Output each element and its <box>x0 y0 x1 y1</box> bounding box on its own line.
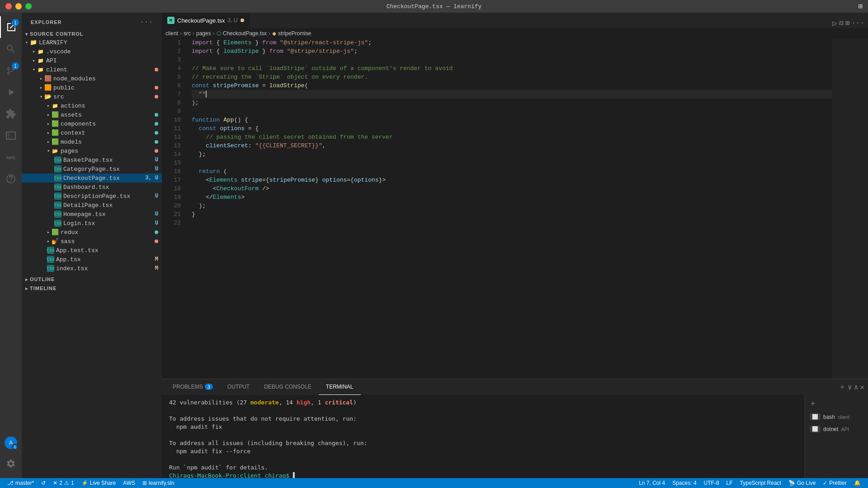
tree-item-vscode[interactable]: 📁 .vscode <box>22 47 162 56</box>
tree-item-homepage[interactable]: tsx Homepage.tsx U <box>22 210 162 219</box>
source-control-activity-icon[interactable]: 1 <box>0 60 22 81</box>
tree-item-components[interactable]: 🟩 components <box>22 119 162 128</box>
status-liveshare[interactable]: ⚡ Live Share <box>78 478 119 488</box>
tree-item-login[interactable]: tsx Login.tsx U <box>22 219 162 228</box>
tree-item-api[interactable]: 📁 API <box>22 56 162 65</box>
tab-output[interactable]: OUTPUT <box>220 379 257 395</box>
status-language[interactable]: TypeScript React <box>736 478 785 488</box>
run-debug-icon[interactable] <box>0 81 22 103</box>
public-icon: 🟧 <box>44 84 52 91</box>
breadcrumb-stripepromise[interactable]: stripePromise <box>278 30 311 37</box>
terminal-dotnet[interactable]: ⬜ dotnet API <box>805 423 868 435</box>
tree-item-checkoutpage[interactable]: tsx CheckoutPage.tsx 3, U <box>22 174 162 183</box>
terminal-line-3: To address issues that do not require at… <box>169 415 797 423</box>
search-icon[interactable] <box>0 38 22 60</box>
status-encoding[interactable]: UTF-8 <box>700 478 723 488</box>
homepage-icon: tsx <box>54 211 61 218</box>
terminal-bash[interactable]: ⬜ bash client <box>805 411 868 423</box>
close-button[interactable] <box>5 3 12 9</box>
tree-item-actions[interactable]: 📁 actions <box>22 101 162 110</box>
more-actions-icon[interactable]: ··· <box>851 19 864 27</box>
tab-checkoutpage[interactable]: R CheckoutPage.tsx 3, U <box>162 13 250 28</box>
status-cursor[interactable]: Ln 7, Col 4 <box>635 478 669 488</box>
maximize-button[interactable] <box>25 3 32 9</box>
new-terminal-icon[interactable]: ＋ <box>839 382 846 392</box>
panel-collapse-icon[interactable]: ∨ <box>848 383 852 392</box>
status-branch[interactable]: ⎇ master* <box>4 478 38 488</box>
status-bell[interactable]: 🔔 <box>850 478 864 488</box>
views-icon[interactable]: ⊞ <box>845 19 850 28</box>
tree-item-apptest[interactable]: tsx App.test.tsx <box>22 246 162 255</box>
breadcrumb-pages[interactable]: pages <box>196 30 211 37</box>
run-icon[interactable]: ▷ <box>832 18 837 28</box>
panel-close-icon[interactable]: ✕ <box>860 383 864 392</box>
status-learnify[interactable]: ⊞ learnify.sln <box>139 478 178 488</box>
tree-item-detailpage[interactable]: tsx DetailPage.tsx <box>22 201 162 210</box>
code-line-14: }; <box>192 150 832 159</box>
tree-item-models[interactable]: 🟩 models <box>22 137 162 146</box>
source-control-header[interactable]: SOURCE CONTROL <box>22 30 162 38</box>
remote-explorer-icon[interactable] <box>0 125 22 146</box>
terminal-line-10: Chirags-MacBook-Pro:client chirag$ ▌ <box>169 472 797 478</box>
breadcrumb-sep-2: › <box>193 30 194 37</box>
split-editor-icon[interactable]: ⊟ <box>839 19 844 28</box>
settings-icon[interactable] <box>0 453 22 474</box>
tree-item-client[interactable]: 📁 client <box>22 65 162 74</box>
tree-root-learnify[interactable]: 📁 LEARNIFY <box>22 38 162 47</box>
models-icon: 🟩 <box>52 138 59 145</box>
tree-item-descriptionpage[interactable]: tsx DescriptionPage.tsx U <box>22 192 162 201</box>
sass-label: sass <box>61 238 155 245</box>
tree-item-redux[interactable]: 🟩 redux <box>22 228 162 237</box>
terminal-content[interactable]: 42 vulnerabilities (27 moderate, 14 high… <box>162 395 805 478</box>
tree-item-context[interactable]: 🟩 context <box>22 128 162 137</box>
unknown-icon[interactable] <box>0 168 22 190</box>
basketpage-badge: U <box>155 157 158 163</box>
status-golive[interactable]: 📡 Go Live <box>785 478 819 488</box>
status-aws[interactable]: AWS <box>119 478 139 488</box>
tree-item-categorypage[interactable]: tsx CategoryPage.tsx U <box>22 164 162 174</box>
tree-item-sass[interactable]: 💅 sass <box>22 237 162 246</box>
public-badge <box>155 86 158 89</box>
detailpage-label: DetailPage.tsx <box>63 202 162 209</box>
status-errors[interactable]: ✕ 2 ⚠ 1 <box>49 478 77 488</box>
tab-terminal[interactable]: TERMINAL <box>319 379 361 395</box>
tree-item-dashboard[interactable]: tsx Dashboard.tsx <box>22 183 162 192</box>
context-icon: 🟩 <box>52 129 59 136</box>
status-sync[interactable]: ↺ <box>38 478 49 488</box>
tree-item-app[interactable]: tsx App.tsx M <box>22 255 162 264</box>
panel-expand-icon[interactable]: ∧ <box>854 383 859 392</box>
aws-icon[interactable]: aws <box>0 146 22 168</box>
outline-section[interactable]: OUTLINE <box>22 275 162 284</box>
accounts-icon[interactable]: A 1 <box>5 436 17 449</box>
tab-debug-console[interactable]: DEBUG CONSOLE <box>257 379 319 395</box>
window-controls[interactable] <box>5 3 32 9</box>
code-line-9 <box>192 107 832 116</box>
minimize-button[interactable] <box>15 3 22 9</box>
new-terminal-plus-icon[interactable]: ＋ <box>809 398 817 408</box>
tree-item-basketpage[interactable]: tsx BasketPage.tsx U <box>22 155 162 164</box>
tree-item-node-modules[interactable]: 🟫 node_modules <box>22 74 162 83</box>
tab-problems[interactable]: PROBLEMS 3 <box>165 379 220 395</box>
status-spaces[interactable]: Spaces: 4 <box>669 478 700 488</box>
tree-item-public[interactable]: 🟧 public <box>22 83 162 92</box>
tree-item-assets[interactable]: 🟩 assets <box>22 110 162 119</box>
status-right: Ln 7, Col 4 Spaces: 4 UTF-8 LF TypeScrip… <box>635 478 864 488</box>
tree-item-src[interactable]: 📂 src <box>22 92 162 101</box>
encoding-label: UTF-8 <box>704 480 719 486</box>
source-control-chevron <box>25 32 28 37</box>
code-line-18: <CheckoutForm /> <box>192 184 832 193</box>
breadcrumb-src[interactable]: src <box>184 30 191 37</box>
code-editor[interactable]: import { Elements } from "@stripe/react-… <box>184 38 832 379</box>
sidebar-menu-icon[interactable]: ··· <box>140 18 153 26</box>
timeline-section[interactable]: TIMELINE <box>22 284 162 293</box>
status-eol[interactable]: LF <box>723 478 736 488</box>
tree-item-index[interactable]: tsx index.tsx M <box>22 264 162 273</box>
tree-item-pages[interactable]: 📂 pages <box>22 146 162 155</box>
explorer-icon[interactable]: 1 <box>0 16 22 38</box>
status-prettier[interactable]: ✓ Prettier <box>819 478 850 488</box>
breadcrumb-checkoutpage[interactable]: CheckoutPage.tsx <box>223 30 267 37</box>
breadcrumb-client[interactable]: client <box>165 30 178 37</box>
problems-badge: 3 <box>205 384 213 390</box>
extensions-icon[interactable] <box>0 103 22 125</box>
tab-label: CheckoutPage.tsx <box>177 17 225 24</box>
